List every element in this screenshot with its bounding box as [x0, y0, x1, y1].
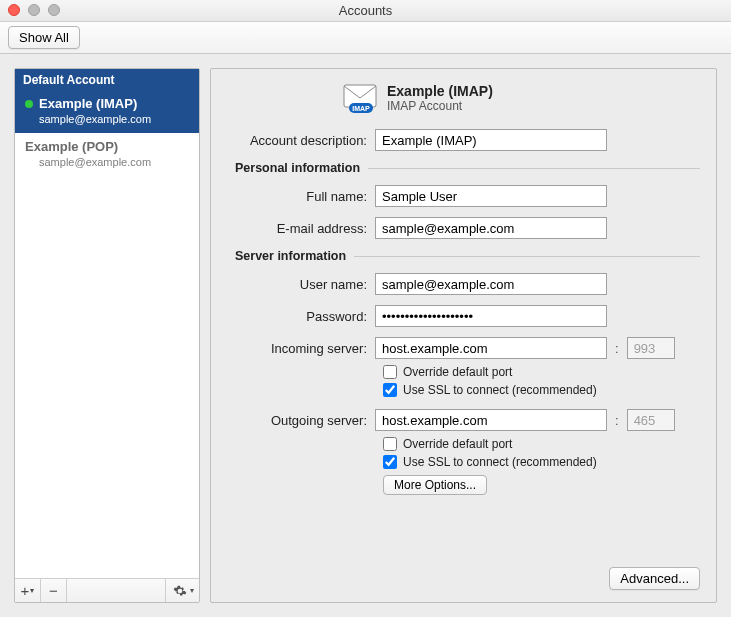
sidebar-footer: + ▾ − ▾ [15, 578, 199, 602]
label-full-name: Full name: [227, 189, 375, 204]
incoming-server-field[interactable] [375, 337, 607, 359]
outgoing-override-port-checkbox[interactable] [383, 437, 397, 451]
section-personal-info: Personal information [235, 161, 360, 175]
full-name-field[interactable] [375, 185, 607, 207]
account-detail-pane: IMAP Example (IMAP) IMAP Account Account… [210, 68, 717, 603]
toolbar: Show All [0, 22, 731, 54]
user-name-field[interactable] [375, 273, 607, 295]
svg-text:IMAP: IMAP [352, 105, 370, 112]
more-options-button[interactable]: More Options... [383, 475, 487, 495]
account-name: Example (POP) [25, 139, 118, 154]
remove-account-button[interactable]: − [41, 579, 67, 602]
gear-icon [171, 584, 189, 598]
account-sidebar: Default Account Example (IMAP) sample@ex… [14, 68, 200, 603]
window-title: Accounts [0, 3, 731, 18]
account-description-field[interactable] [375, 129, 607, 151]
chevron-down-icon: ▾ [190, 586, 194, 595]
window-titlebar: Accounts [0, 0, 731, 22]
advanced-button[interactable]: Advanced... [609, 567, 700, 590]
account-row[interactable]: Example (IMAP) sample@example.com [15, 90, 199, 133]
incoming-port-field [627, 337, 675, 359]
plus-icon: + [21, 582, 30, 599]
outgoing-server-field[interactable] [375, 409, 607, 431]
label-account-description: Account description: [227, 133, 375, 148]
password-field[interactable] [375, 305, 607, 327]
label-use-ssl: Use SSL to connect (recommended) [403, 455, 597, 469]
add-account-button[interactable]: + ▾ [15, 579, 41, 602]
label-user-name: User name: [227, 277, 375, 292]
settings-menu-button[interactable]: ▾ [165, 579, 199, 602]
account-email: sample@example.com [25, 156, 191, 168]
port-separator: : [615, 413, 619, 428]
minus-icon: − [49, 582, 58, 599]
account-subtitle: IMAP Account [387, 99, 493, 113]
section-server-info: Server information [235, 249, 346, 263]
mail-imap-icon: IMAP [343, 84, 377, 112]
label-password: Password: [227, 309, 375, 324]
incoming-override-port-checkbox[interactable] [383, 365, 397, 379]
account-name: Example (IMAP) [39, 96, 137, 111]
port-separator: : [615, 341, 619, 356]
email-field[interactable] [375, 217, 607, 239]
label-email: E-mail address: [227, 221, 375, 236]
chevron-down-icon: ▾ [30, 586, 34, 595]
label-override-port: Override default port [403, 365, 512, 379]
outgoing-port-field [627, 409, 675, 431]
account-email: sample@example.com [25, 113, 191, 125]
outgoing-ssl-checkbox[interactable] [383, 455, 397, 469]
account-title: Example (IMAP) [387, 83, 493, 99]
incoming-ssl-checkbox[interactable] [383, 383, 397, 397]
label-outgoing-server: Outgoing server: [227, 413, 375, 428]
label-incoming-server: Incoming server: [227, 341, 375, 356]
account-row[interactable]: Example (POP) sample@example.com [15, 133, 199, 176]
label-use-ssl: Use SSL to connect (recommended) [403, 383, 597, 397]
sidebar-section-header: Default Account [15, 69, 199, 90]
status-online-icon [25, 100, 33, 108]
label-override-port: Override default port [403, 437, 512, 451]
show-all-button[interactable]: Show All [8, 26, 80, 49]
